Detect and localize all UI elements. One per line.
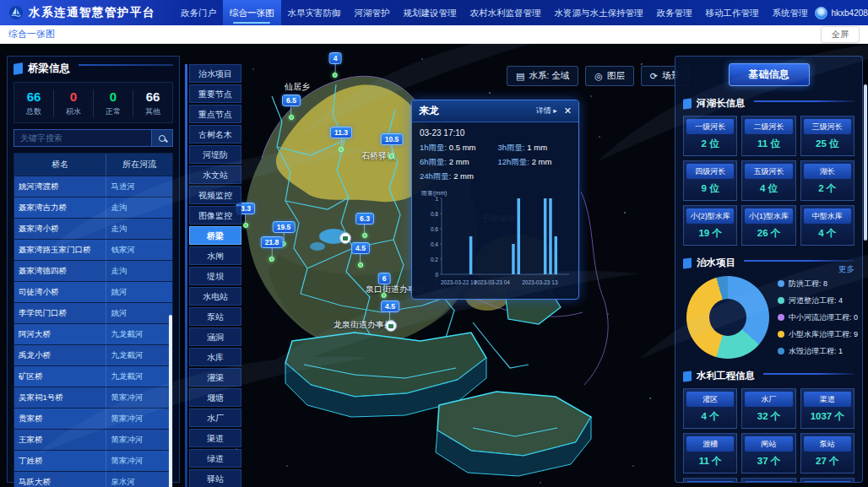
- popup-detail-link[interactable]: 详情 ▸: [536, 106, 557, 116]
- layer-item-11[interactable]: 水电站: [189, 287, 241, 306]
- nav-tab-3[interactable]: 河湖管护: [348, 0, 397, 25]
- table-row[interactable]: 聂家湾吉力桥走沟: [14, 197, 172, 218]
- layer-item-10[interactable]: 堤坝: [189, 267, 241, 285]
- table-row[interactable]: 聂家湾德四桥走沟: [14, 260, 172, 281]
- layer-item-2[interactable]: 重点节点: [189, 105, 241, 123]
- layer-item-5[interactable]: 水文站: [189, 165, 241, 184]
- map-marker[interactable]: 4: [329, 52, 342, 78]
- table-row[interactable]: 聂家湾小桥走沟: [14, 218, 172, 239]
- nav-tab-8[interactable]: 移动工作管理: [699, 0, 766, 25]
- layer-item-8[interactable]: 桥梁: [189, 226, 241, 245]
- nav-tab-0[interactable]: 政务门户: [174, 0, 223, 25]
- close-icon[interactable]: ✕: [564, 106, 572, 116]
- nav-tab-5[interactable]: 农村水利监督管理: [464, 0, 548, 25]
- chief-card-value: 26 个: [745, 224, 792, 242]
- bridge-name-cell: 聂家湾吉力桥: [14, 198, 106, 218]
- nav-tab-2[interactable]: 水旱灾害防御: [281, 0, 348, 25]
- breadcrumb[interactable]: 综合一张图: [8, 28, 55, 41]
- table-row[interactable]: 丁姓桥简家冲河: [14, 450, 172, 471]
- nav-tab-4[interactable]: 规划建设管理: [397, 0, 464, 25]
- table-row[interactable]: 王家桥简家冲河: [14, 429, 172, 450]
- chief-cards: 一级河长2 位二级河长11 位三级河长25 位四级河长9 位五级河长4 位湖长2…: [683, 116, 854, 246]
- chief-card-0: 一级河长2 位: [683, 116, 737, 156]
- chief-card-value: 2 个: [804, 179, 851, 198]
- engineering-card-label: 渠道: [804, 392, 851, 407]
- layer-item-0[interactable]: 治水项目: [189, 64, 241, 83]
- more-link[interactable]: 更多: [838, 264, 854, 275]
- svg-text:2023-03-23 04: 2023-03-23 04: [475, 279, 511, 285]
- table-row[interactable]: 李学民门口桥姚河: [14, 302, 172, 323]
- map-marker[interactable]: 6.5: [282, 95, 301, 120]
- river-name-cell: 九龙截河: [106, 366, 172, 387]
- table-row[interactable]: 马跃大桥泉水河: [14, 471, 172, 487]
- basic-info-button[interactable]: 基础信息: [729, 63, 810, 86]
- map-marker[interactable]: 6: [378, 273, 391, 298]
- map-tool-button-1[interactable]: ◎图层: [585, 66, 634, 86]
- layer-item-6[interactable]: 视频监控: [189, 186, 241, 204]
- donut-hole: [709, 299, 746, 336]
- search-input[interactable]: [14, 129, 151, 147]
- dashboard-root: 水系连通智慧管护平台 政务门户综合一张图水旱灾害防御河湖管护规划建设管理农村水利…: [0, 0, 868, 487]
- search-button[interactable]: [151, 129, 173, 147]
- layer-item-14[interactable]: 水库: [189, 348, 241, 366]
- stat-label: 正常: [94, 106, 133, 117]
- chief-card-7: 小(1)型水库26 个: [741, 205, 795, 246]
- map-marker[interactable]: 4.5: [351, 242, 370, 268]
- river-name-cell: 马道河: [106, 176, 172, 197]
- table-row[interactable]: 吴家祠1号桥简家冲河: [14, 387, 172, 408]
- layer-item-9[interactable]: 水闸: [189, 246, 241, 265]
- river-name-cell: 走沟: [106, 219, 172, 239]
- nav-tab-7[interactable]: 政务管理: [650, 0, 699, 25]
- svg-text:2023-03-23 13: 2023-03-23 13: [522, 279, 558, 285]
- user-menu[interactable]: hkxb42080261 ▾: [815, 7, 868, 19]
- stat-value: 0: [54, 89, 93, 104]
- legend-item-1: 河道整治工程: 4: [778, 295, 858, 306]
- bridge-name-cell: 禹龙小桥: [14, 345, 106, 365]
- table-row[interactable]: 贵家桥简家冲河: [14, 408, 172, 429]
- layer-item-18[interactable]: 渠道: [189, 429, 241, 447]
- camera-marker-icon[interactable]: [339, 232, 351, 244]
- nav-tab-9[interactable]: 系统管理: [766, 0, 815, 25]
- legend-dot: [778, 297, 784, 304]
- table-row[interactable]: 阿河大桥九龙截河: [14, 323, 172, 344]
- table-row[interactable]: 禹龙小桥九龙截河: [14, 344, 172, 365]
- layer-item-3[interactable]: 古树名木: [189, 125, 241, 143]
- layer-item-16[interactable]: 堰塘: [189, 388, 241, 407]
- layer-item-17[interactable]: 水厂: [189, 409, 241, 427]
- layer-item-19[interactable]: 绿道: [189, 449, 241, 468]
- svg-text:0.2: 0.2: [431, 257, 438, 262]
- popup-timestamp: 03-23 17:10: [420, 128, 571, 138]
- breadcrumb-bar: 综合一张图 全屏: [0, 25, 868, 44]
- table-row[interactable]: 矿区桥九龙截河: [14, 365, 172, 387]
- legend-dot: [778, 348, 784, 354]
- layer-item-12[interactable]: 泵站: [189, 307, 241, 326]
- chief-card-label: 一级河长: [686, 119, 734, 134]
- map-marker[interactable]: 6.3: [355, 213, 374, 238]
- map-marker[interactable]: 21.8: [261, 236, 284, 262]
- camera-marker-icon[interactable]: [385, 320, 397, 332]
- chief-card-value: 4 位: [745, 179, 792, 198]
- layer-item-1[interactable]: 重要节点: [189, 84, 241, 103]
- table-row[interactable]: 聂家湾路玉家门口桥钱家河: [14, 239, 172, 260]
- layer-item-4[interactable]: 河堤防: [189, 145, 241, 164]
- rain-chart-container: 雨量(mm)00.20.40.60.812023-03-22 192023-03…: [420, 187, 571, 292]
- chief-card-3: 四级河长9 位: [683, 160, 737, 201]
- table-vertical-scrollbar[interactable]: [169, 315, 172, 487]
- fullscreen-button[interactable]: 全屏: [821, 26, 860, 43]
- nav-tab-6[interactable]: 水资源与水土保持管理: [548, 0, 650, 25]
- table-row[interactable]: 姚河湾渡桥马道河: [14, 176, 172, 197]
- layer-item-15[interactable]: 灌渠: [189, 368, 241, 387]
- layer-item-20[interactable]: 驿站: [189, 469, 241, 487]
- map-marker[interactable]: 11.3: [330, 127, 352, 152]
- bridge-stat-2: 0正常: [94, 89, 133, 117]
- layer-item-7[interactable]: 图像监控: [189, 206, 241, 225]
- marker-stem: [271, 248, 272, 257]
- table-row[interactable]: 司徒湾小桥姚河: [14, 281, 172, 302]
- page-scrollbar[interactable]: [864, 84, 867, 241]
- map-tool-button-0[interactable]: ▤水系: 全域: [507, 66, 578, 86]
- nav-tab-1[interactable]: 综合一张图: [223, 0, 281, 25]
- chief-card-label: 二级河长: [745, 119, 792, 134]
- map-marker[interactable]: 10.5: [381, 133, 404, 159]
- layer-item-13[interactable]: 涵洞: [189, 327, 241, 346]
- legend-item-4: 水毁治理工程: 1: [778, 346, 858, 357]
